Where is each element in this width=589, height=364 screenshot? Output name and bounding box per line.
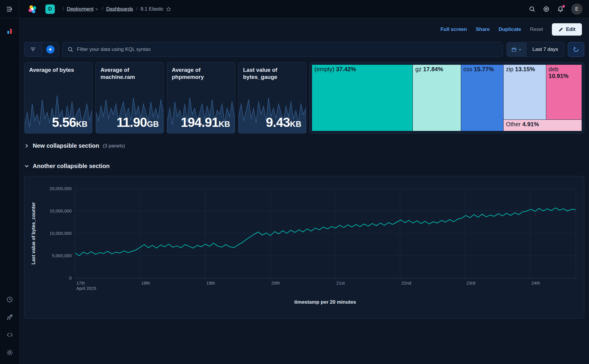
dashboard-content: Full screen Share Duplicate Reset Edit + — [19, 19, 589, 364]
dashboard-action-bar: Full screen Share Duplicate Reset Edit — [19, 19, 589, 40]
breadcrumb-current: 9.1 Elastic — [141, 6, 171, 12]
filter-bar: + Last 7 days — [24, 42, 584, 57]
breadcrumb: / Deployment / Dashboards / 9.1 Elastic — [62, 6, 171, 12]
global-header: D / Deployment / Dashboards / 9.1 Elasti… — [0, 0, 589, 18]
section-new-collapsible[interactable]: New collapsible section (3 panels) — [24, 142, 584, 149]
treemap-cell-other[interactable]: Other 4.91% — [504, 120, 582, 131]
search-icon[interactable] — [529, 6, 535, 12]
metric-title: Average of phpmemory — [172, 67, 230, 81]
time-picker: Last 7 days — [506, 42, 564, 57]
treemap-cell-empty[interactable]: (empty) 37.42% — [312, 65, 413, 131]
treemap-cell-zip[interactable]: zip 13.15% — [504, 65, 546, 120]
metric-panel-average-machine-ram[interactable]: Average of machine.ram 11.90GB — [95, 62, 164, 134]
breadcrumb-deployment-label: Deployment — [67, 6, 94, 12]
treemap: (empty) 37.42%gz 17.84%css 15.77%zip 13.… — [312, 65, 582, 131]
metric-value: 9.43KB — [266, 115, 301, 130]
refresh-icon — [573, 46, 579, 52]
left-sidebar — [0, 19, 19, 364]
breadcrumb-separator: / — [102, 6, 103, 12]
treemap-cell-deb[interactable]: deb 10.91% — [546, 65, 582, 120]
gear-icon — [6, 349, 13, 356]
duplicate-button[interactable]: Duplicate — [499, 26, 521, 32]
svg-text:22nd: 22nd — [401, 280, 411, 285]
svg-text:21st: 21st — [336, 280, 345, 285]
svg-text:18th: 18th — [141, 280, 150, 285]
svg-text:0: 0 — [69, 275, 72, 280]
rocket-icon — [6, 314, 13, 321]
menu-expand-icon[interactable] — [0, 0, 19, 18]
edit-button-label: Edit — [566, 26, 575, 32]
svg-text:20th: 20th — [271, 280, 280, 285]
header-right: E — [529, 4, 589, 15]
elastic-logo[interactable] — [28, 4, 37, 14]
share-button[interactable]: Share — [476, 26, 490, 32]
code-icon — [6, 331, 13, 338]
x-axis-title: timestamp per 20 minutes — [49, 299, 589, 305]
treemap-cell-css[interactable]: css 15.77% — [461, 65, 504, 131]
svg-text:20,000,000: 20,000,000 — [50, 186, 72, 191]
metric-panel-last-bytes-gauge[interactable]: Last value of bytes_gauge 9.43KB — [238, 62, 306, 134]
notification-dot — [562, 5, 565, 8]
sidebar-item-getting-started[interactable] — [4, 311, 16, 323]
svg-text:10,000,000: 10,000,000 — [50, 231, 72, 236]
filter-controls: + — [24, 42, 59, 57]
treemap-panel[interactable]: (empty) 37.42%gz 17.84%css 15.77%zip 13.… — [309, 62, 584, 134]
filter-icon[interactable] — [24, 42, 42, 56]
add-filter-button[interactable]: + — [42, 42, 59, 56]
search-icon — [67, 46, 73, 52]
section-panel-count: (3 panels) — [103, 143, 125, 149]
metric-value: 11.90GB — [117, 115, 159, 130]
svg-text:5,000,000: 5,000,000 — [52, 253, 72, 258]
breadcrumb-dashboards[interactable]: Dashboards — [106, 6, 133, 12]
breadcrumb-deployment[interactable]: Deployment — [67, 6, 99, 12]
metric-value: 194.91KB — [181, 115, 230, 130]
svg-text:Last value of bytes_counter: Last value of bytes_counter — [31, 202, 36, 265]
svg-text:April 2025: April 2025 — [76, 286, 96, 291]
breadcrumb-separator: / — [62, 6, 64, 12]
svg-text:24th: 24th — [532, 280, 540, 285]
full-screen-button[interactable]: Full screen — [440, 26, 467, 32]
metric-panel-average-phpmemory[interactable]: Average of phpmemory 194.91KB — [167, 62, 235, 134]
header-left: D / Deployment / Dashboards / 9.1 Elasti… — [0, 0, 529, 18]
sidebar-item-recent[interactable] — [4, 293, 16, 306]
edit-button[interactable]: Edit — [552, 23, 582, 36]
kql-search-input[interactable] — [76, 46, 498, 53]
calendar-icon — [511, 47, 517, 52]
chevron-down-icon — [95, 7, 99, 11]
breadcrumb-dashboards-label: Dashboards — [106, 6, 133, 12]
clock-icon — [6, 296, 13, 303]
metric-panel-average-bytes[interactable]: Average of bytes 5.56KB — [24, 62, 93, 134]
svg-text:15,000,000: 15,000,000 — [50, 208, 72, 213]
analytics-icon — [6, 28, 13, 35]
metrics-row: Average of bytes 5.56KB Average of machi… — [24, 62, 584, 134]
bytes-counter-line-chart: 05,000,00010,000,00015,000,00020,000,000… — [28, 180, 581, 298]
section-another-collapsible[interactable]: Another collapsible section — [24, 163, 584, 169]
refresh-button[interactable] — [568, 42, 584, 57]
section-title: Another collapsible section — [33, 163, 110, 169]
svg-text:23rd: 23rd — [466, 280, 475, 285]
calendar-button[interactable] — [507, 42, 526, 56]
avatar[interactable]: E — [571, 4, 583, 15]
sidebar-item-dev-tools[interactable] — [4, 329, 16, 341]
time-range-label[interactable]: Last 7 days — [526, 42, 564, 56]
kql-search-box — [62, 42, 503, 57]
plus-icon: + — [46, 45, 55, 54]
chevron-down-icon — [518, 48, 522, 51]
section-title: New collapsible section — [33, 142, 99, 149]
treemap-cell-gz[interactable]: gz 17.84% — [413, 65, 461, 131]
chevron-down-icon — [24, 164, 29, 169]
metric-value: 5.56KB — [52, 115, 88, 130]
deployment-badge[interactable]: D — [45, 4, 55, 14]
star-icon[interactable] — [166, 6, 171, 12]
line-chart-panel[interactable]: 05,000,00010,000,00015,000,00020,000,000… — [24, 176, 584, 319]
metric-title: Average of machine.ram — [100, 67, 159, 81]
chevron-right-icon — [24, 143, 29, 148]
reset-button[interactable]: Reset — [530, 26, 543, 32]
dashboard-title: 9.1 Elastic — [141, 6, 164, 12]
notifications-icon[interactable] — [557, 6, 564, 12]
assistant-icon[interactable] — [543, 6, 550, 12]
metric-title: Last value of bytes_gauge — [243, 67, 301, 81]
sidebar-item-analytics[interactable] — [4, 25, 16, 37]
sidebar-item-settings[interactable] — [4, 346, 16, 359]
metric-title: Average of bytes — [29, 67, 88, 74]
